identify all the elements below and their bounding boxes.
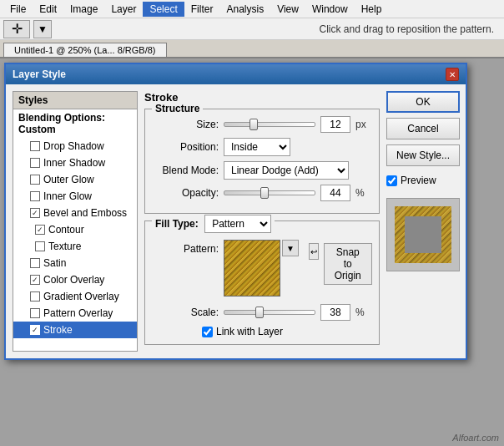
snap-to-origin-button[interactable]: Snap to Origin xyxy=(324,243,373,285)
style-item-contour[interactable]: Contour xyxy=(13,221,137,238)
preview-area xyxy=(386,198,460,271)
checkbox-outer-glow[interactable] xyxy=(30,175,40,185)
opacity-input[interactable] xyxy=(320,185,350,201)
fill-type-section: Fill Type: Pattern Color Gradient Patter… xyxy=(144,220,380,345)
menu-edit[interactable]: Edit xyxy=(33,2,63,17)
fill-type-label-text: Fill Type: xyxy=(155,218,199,230)
checkbox-inner-shadow[interactable] xyxy=(30,158,40,168)
style-item-stroke[interactable]: Stroke xyxy=(13,322,137,338)
move-tool[interactable]: ✛ xyxy=(3,20,30,38)
preview-checkbox-row: Preview xyxy=(386,175,461,186)
checkbox-inner-glow[interactable] xyxy=(30,191,40,201)
opacity-unit: % xyxy=(355,187,365,199)
ok-button[interactable]: OK xyxy=(386,91,460,113)
style-item-pattern-overlay[interactable]: Pattern Overlay xyxy=(13,305,137,322)
scale-input[interactable] xyxy=(320,304,350,321)
cancel-button[interactable]: Cancel xyxy=(386,118,460,139)
menu-select[interactable]: Select xyxy=(143,2,184,17)
position-label: Position: xyxy=(152,141,219,153)
size-slider[interactable] xyxy=(224,122,315,127)
size-unit: px xyxy=(355,119,366,130)
style-label-outer-glow: Outer Glow xyxy=(43,174,94,185)
style-label-stroke: Stroke xyxy=(43,324,73,336)
scale-unit: % xyxy=(355,307,365,318)
checkbox-satin[interactable] xyxy=(30,258,40,268)
blend-mode-select[interactable]: Linear Dodge (Add) Normal Multiply Scree… xyxy=(224,161,349,180)
position-select[interactable]: Inside Outside Center xyxy=(224,138,290,156)
checkbox-stroke[interactable] xyxy=(30,325,40,335)
preview-checkbox[interactable] xyxy=(386,175,397,186)
checkbox-contour[interactable] xyxy=(35,225,45,235)
scale-slider-thumb[interactable] xyxy=(255,307,264,318)
fill-type-select[interactable]: Pattern Color Gradient xyxy=(204,215,271,233)
style-label-inner-glow: Inner Glow xyxy=(43,190,92,202)
style-label-inner-shadow: Inner Shadow xyxy=(43,157,105,169)
style-item-inner-glow[interactable]: Inner Glow xyxy=(13,188,137,205)
style-label-gradient-overlay: Gradient Overlay xyxy=(43,291,119,302)
checkbox-drop-shadow[interactable] xyxy=(30,141,40,151)
fill-type-outer-label: Fill Type: Pattern Color Gradient xyxy=(152,215,275,233)
menu-filter[interactable]: Filter xyxy=(184,2,220,17)
pattern-dropdown-button[interactable]: ▼ xyxy=(282,240,299,256)
tool-dropdown[interactable]: ▼ xyxy=(33,20,52,38)
checkbox-color-overlay[interactable] xyxy=(30,275,40,285)
styles-panel: Styles Blending Options: Custom Drop Sha… xyxy=(13,91,138,352)
style-label-pattern-overlay: Pattern Overlay xyxy=(43,307,113,319)
pattern-label: Pattern: xyxy=(152,240,219,255)
menu-help[interactable]: Help xyxy=(355,2,389,17)
menu-view[interactable]: View xyxy=(270,2,305,17)
menu-window[interactable]: Window xyxy=(305,2,355,17)
checkbox-texture[interactable] xyxy=(35,241,45,251)
link-layer-checkbox[interactable] xyxy=(202,327,213,337)
style-label-texture: Texture xyxy=(48,241,81,252)
canvas-tab[interactable]: Untitled-1 @ 250% (La... 8/RGB/8) xyxy=(3,43,167,57)
preview-label: Preview xyxy=(401,175,436,186)
pattern-reset-button[interactable]: ↩ xyxy=(309,243,319,260)
opacity-row: Opacity: % xyxy=(152,185,372,201)
size-label: Size: xyxy=(152,119,219,130)
style-item-inner-shadow[interactable]: Inner Shadow xyxy=(13,155,137,171)
preview-square-container xyxy=(395,206,451,263)
main-content: Layer Style ✕ Styles Blending Options: C… xyxy=(0,58,504,446)
checkbox-gradient-overlay[interactable] xyxy=(30,291,40,302)
position-row: Position: Inside Outside Center xyxy=(152,138,372,156)
menu-image[interactable]: Image xyxy=(63,2,104,17)
style-item-color-overlay[interactable]: Color Overlay xyxy=(13,271,137,288)
new-style-button[interactable]: New Style... xyxy=(386,144,460,166)
link-layer-label: Link with Layer xyxy=(216,326,283,337)
style-item-satin[interactable]: Satin xyxy=(13,255,137,271)
scale-row: Scale: % xyxy=(152,304,372,321)
menu-analysis[interactable]: Analysis xyxy=(219,2,270,17)
pattern-swatch[interactable] xyxy=(224,240,280,296)
style-item-outer-glow[interactable]: Outer Glow xyxy=(13,171,137,188)
menu-layer[interactable]: Layer xyxy=(104,2,143,17)
menu-file[interactable]: File xyxy=(3,2,33,17)
style-label-satin: Satin xyxy=(43,257,66,269)
style-item-gradient-overlay[interactable]: Gradient Overlay xyxy=(13,288,137,305)
style-item-drop-shadow[interactable]: Drop Shadow xyxy=(13,138,137,155)
pattern-actions: ↩ Snap to Origin xyxy=(309,240,372,285)
opacity-slider-thumb[interactable] xyxy=(260,187,269,199)
link-layer-row: Link with Layer xyxy=(152,326,372,337)
settings-panel: Stroke Structure Size: px xyxy=(144,91,380,352)
checkbox-pattern-overlay[interactable] xyxy=(30,308,40,318)
menubar: File Edit Image Layer Select Filter Anal… xyxy=(0,0,504,18)
style-item-blending[interactable]: Blending Options: Custom xyxy=(13,109,137,138)
style-item-bevel-emboss[interactable]: Bevel and Emboss xyxy=(13,205,137,221)
dialog-close-button[interactable]: ✕ xyxy=(446,68,459,81)
scale-slider[interactable] xyxy=(224,310,315,315)
section-title-stroke: Stroke xyxy=(144,91,380,104)
style-item-texture[interactable]: Texture xyxy=(13,238,137,255)
opacity-label: Opacity: xyxy=(152,187,219,199)
style-label-color-overlay: Color Overlay xyxy=(43,274,104,286)
dialog-title: Layer Style xyxy=(13,68,66,80)
checkbox-bevel-emboss[interactable] xyxy=(30,208,40,218)
size-input[interactable] xyxy=(320,116,350,133)
size-slider-thumb[interactable] xyxy=(249,119,258,130)
toolbar: ✛ ▼ Click and drag to reposition the pat… xyxy=(0,18,504,40)
opacity-slider[interactable] xyxy=(224,190,315,195)
structure-section: Structure Size: px Position: xyxy=(144,109,380,214)
pattern-swatch-container: ▼ xyxy=(224,240,280,299)
buttons-panel: OK Cancel New Style... Preview xyxy=(386,91,461,352)
layer-style-dialog: Layer Style ✕ Styles Blending Options: C… xyxy=(4,63,467,360)
